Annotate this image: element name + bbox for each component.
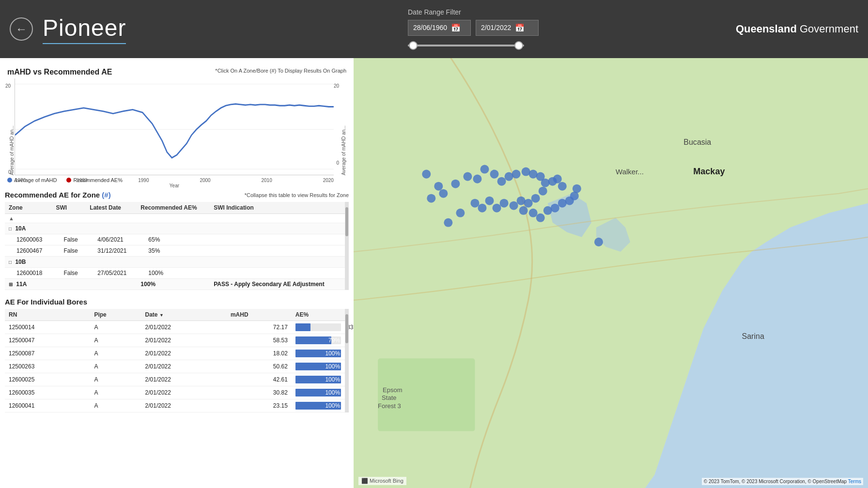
svg-text:Walker...: Walker... [616,168,644,176]
bores-col-ae: AE% [292,309,345,321]
header: ← Pioneer Date Range Filter 28/06/1960 📅… [0,0,868,58]
back-button[interactable]: ← [10,17,33,41]
chart-section: mAHD vs Recommended AE *Click On A Zone/… [0,63,354,188]
svg-point-39 [529,209,538,217]
chart-y-label-right: Average of mAHD an... [339,78,346,175]
svg-point-24 [490,170,499,179]
recommended-ae-section: Recommended AE for Zone (#) *Collapse th… [0,188,354,295]
bores-col-rn: RN [5,309,90,321]
svg-point-27 [512,170,521,179]
individual-bores-section: AE For Individual Bores RN Pipe Date ▼ m… [0,295,354,417]
svg-text:State: State [382,394,396,401]
ae-table-scrollbar[interactable] [345,202,349,290]
svg-point-19 [439,189,448,198]
svg-point-38 [519,206,528,215]
chart-svg [15,78,334,175]
ae-col-swi: SWI [52,202,86,214]
bores-table: RN Pipe Date ▼ mAHD AE% 12500014 A 2/01/… [5,309,345,412]
bing-icon: ⬛ [361,478,368,484]
back-icon: ← [16,22,27,36]
date-range-slider[interactable] [408,41,524,50]
svg-point-55 [444,218,452,227]
map-container[interactable]: Bucasia Walker... Mackay Sarina Epsom St… [354,58,868,488]
x-axis-label: Year [15,183,334,188]
table-row: 12600035 A 2/01/2022 30.82 100% [5,386,345,399]
date-end-input[interactable]: 2/01/2022 📅 [476,20,539,36]
calendar-end-icon: 📅 [515,23,525,32]
svg-point-25 [497,177,506,186]
bores-table-scrollbar[interactable] [345,309,349,412]
svg-point-40 [536,214,545,222]
chart-subtitle: *Click On A Zone/Bore (#) To Display Res… [215,68,346,74]
x-tick-2020: 2020 [323,178,334,183]
expand-icon-10b[interactable]: □ [9,259,12,265]
svg-point-47 [558,182,567,191]
ae-col-ae: Recommended AE% [137,202,210,214]
x-tick-1970: 1970 [15,178,26,183]
date-range-label: Date Range Filter [408,8,461,16]
date-inputs-row: 28/06/1960 📅 2/01/2022 📅 [408,20,539,36]
bores-col-mahd: mAHD [227,309,292,321]
svg-point-50 [493,204,501,213]
svg-point-31 [541,179,550,187]
svg-point-49 [500,199,509,208]
table-row: 12600041 A 2/01/2022 23.15 100% [5,399,345,412]
svg-point-21 [463,172,472,181]
table-row: 12600063 False 4/06/2021 65% [5,234,345,245]
expand-icon-11a[interactable]: ⊞ [9,282,13,287]
svg-point-33 [539,187,547,196]
chart-title: mAHD vs Recommended AE [7,68,112,76]
ae-col-zone: Zone [5,202,52,214]
map-attribution: © 2023 TomTom, © 2023 Microsoft Corporat… [702,478,863,485]
svg-point-22 [473,175,481,183]
svg-point-51 [485,197,494,205]
expand-icon-10a[interactable]: □ [9,226,12,231]
page-title: Pioneer [43,15,126,44]
slider-thumb-right[interactable] [514,41,523,50]
table-row[interactable]: □ 10B [5,257,345,268]
svg-text:Mackay: Mackay [693,167,725,176]
terms-link[interactable]: Terms [848,479,861,484]
x-tick-2000: 2000 [200,178,210,183]
recommended-ae-title: Recommended AE for Zone (#) [5,191,111,199]
legend-mahd-dot [7,178,12,183]
svg-point-37 [510,201,518,210]
date-start-input[interactable]: 28/06/1960 📅 [408,20,471,36]
bing-logo: ⬛ Microsoft Bing [358,477,406,485]
svg-point-52 [478,204,486,213]
svg-text:Sarina: Sarina [742,332,764,340]
svg-point-36 [517,197,526,205]
ae-hash-label: (#) [102,191,110,199]
svg-point-48 [553,175,562,183]
svg-point-23 [480,165,489,174]
sort-arrow[interactable]: ▲ [9,215,14,221]
bores-table-scrollthumb[interactable] [345,314,348,343]
right-panel: Bucasia Walker... Mackay Sarina Epsom St… [354,58,868,488]
svg-point-42 [551,204,559,213]
chart-y-label-left: Average of mAHD an... [7,78,15,175]
table-row: 12500087 A 2/01/2022 18.02 100% [5,347,345,360]
table-row[interactable]: □ 10A [5,223,345,234]
ae-table-scrollthumb[interactable] [345,207,348,236]
table-row: 12600467 False 31/12/2021 35% [5,245,345,257]
chart-wrapper: Average of mAHD an... 20 0 [7,78,346,175]
recommended-ae-header: Recommended AE for Zone (#) *Collapse th… [5,188,349,202]
qld-gov-logo: Queensland Government [736,23,858,35]
date-start-value: 28/06/1960 [413,24,447,31]
table-row: ▲ [5,214,345,223]
table-row: 12500014 A 2/01/2022 72.17 33% [5,321,345,334]
svg-text:Epsom: Epsom [383,386,403,394]
slider-thumb-left[interactable] [409,41,418,50]
ae-col-date: Latest Date [86,202,137,214]
recommended-ae-table: Zone SWI Latest Date Recommended AE% SWI… [5,202,345,290]
map-svg: Bucasia Walker... Mackay Sarina Epsom St… [354,58,868,488]
table-row: 12600025 A 2/01/2022 42.61 100% [5,373,345,386]
slider-fill [408,45,524,46]
slider-track [408,45,524,46]
table-row[interactable]: ⊞ 11A 100% PASS - Apply Secondary AE Adj… [5,279,345,290]
table-row: 12600018 False 27/05/2021 100% [5,268,345,279]
bores-col-pipe: Pipe [90,309,141,321]
svg-point-46 [573,184,581,193]
svg-point-16 [422,170,431,179]
ae-col-indication: SWI Indication [210,202,345,214]
